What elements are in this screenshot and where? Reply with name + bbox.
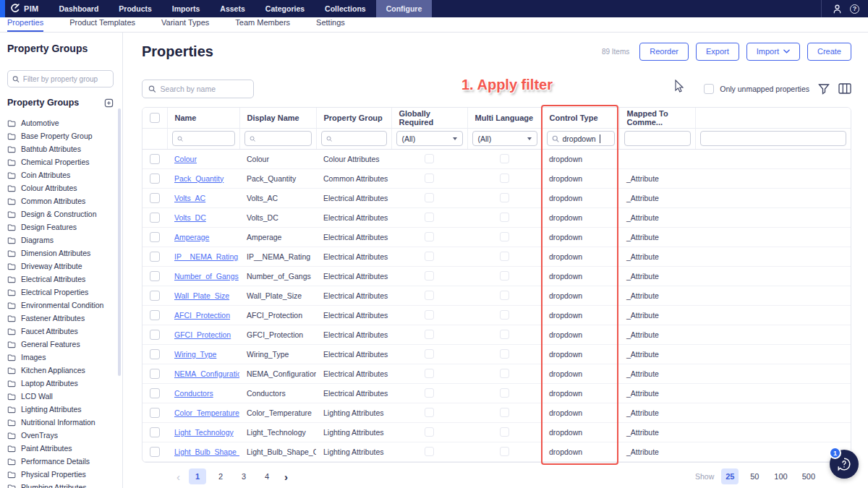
create-button[interactable]: Create	[807, 43, 851, 61]
sidebar-group-item[interactable]: Nutritional Information	[7, 416, 114, 429]
col-display-name[interactable]: Display Name	[239, 108, 316, 128]
next-page-icon[interactable]: ›	[281, 471, 291, 482]
sidebar-scrollbar[interactable]	[118, 108, 121, 376]
row-checkbox[interactable]	[150, 193, 160, 203]
filter-name[interactable]	[172, 131, 235, 146]
globally-required-checkbox[interactable]	[425, 232, 434, 241]
export-button[interactable]: Export	[696, 43, 739, 61]
sidebar-group-item[interactable]: Lighting Attributes	[7, 403, 114, 416]
globally-required-checkbox[interactable]	[425, 330, 434, 339]
row-checkbox[interactable]	[150, 213, 160, 223]
sidebar-group-item[interactable]: Chemical Properties	[7, 155, 114, 168]
multi-language-checkbox[interactable]	[500, 349, 509, 359]
sidebar-group-item[interactable]: Base Property Group	[7, 129, 114, 142]
app-logo-icon[interactable]	[5, 0, 24, 17]
sidebar-group-item[interactable]: General Features	[7, 338, 114, 351]
unmapped-checkbox[interactable]	[704, 84, 714, 94]
multi-language-checkbox[interactable]	[500, 330, 509, 339]
reorder-button[interactable]: Reorder	[639, 43, 689, 61]
row-checkbox[interactable]	[150, 174, 160, 184]
multi-language-checkbox[interactable]	[500, 271, 509, 281]
nav-item-imports[interactable]: Imports	[162, 0, 210, 17]
user-icon[interactable]	[832, 4, 843, 14]
property-name-link[interactable]: Wiring_Type	[174, 350, 216, 359]
sidebar-group-item[interactable]: Colour Attributes	[7, 181, 114, 194]
property-name-link[interactable]: Colour	[174, 155, 197, 163]
sidebar-group-item[interactable]: Design Features	[7, 221, 114, 234]
row-checkbox[interactable]	[150, 291, 160, 301]
sidebar-group-item[interactable]: Common Attributes	[7, 194, 114, 207]
row-checkbox[interactable]	[150, 252, 160, 262]
help-fab[interactable]: 1	[830, 450, 859, 479]
globally-required-checkbox[interactable]	[425, 193, 434, 202]
page-size-option[interactable]: 500	[799, 468, 819, 484]
property-name-link[interactable]: Light_Bulb_Shape_C	[174, 448, 239, 456]
property-name-link[interactable]: GFCI_Protection	[174, 330, 231, 339]
globally-required-checkbox[interactable]	[425, 310, 434, 320]
property-name-link[interactable]: Volts_DC	[174, 213, 206, 222]
property-name-link[interactable]: Wall_Plate_Size	[174, 291, 229, 300]
row-checkbox[interactable]	[150, 427, 160, 437]
globally-required-checkbox[interactable]	[425, 408, 434, 417]
sidebar-group-item[interactable]: Automotive	[7, 116, 114, 129]
sidebar-filter-input[interactable]	[23, 75, 109, 83]
nav-item-categories[interactable]: Categories	[255, 0, 315, 17]
property-name-link[interactable]: Pack_Quantity	[174, 174, 224, 183]
multi-language-checkbox[interactable]	[500, 310, 509, 320]
multi-language-checkbox[interactable]	[500, 252, 509, 261]
page-size-option[interactable]: 25	[721, 468, 739, 484]
search-by-name-box[interactable]	[142, 80, 254, 98]
col-name[interactable]: Name	[167, 108, 239, 128]
globally-required-checkbox[interactable]	[425, 447, 434, 456]
row-checkbox[interactable]	[150, 271, 160, 281]
sidebar-group-item[interactable]: Electrical Attributes	[7, 273, 114, 286]
multi-language-checkbox[interactable]	[500, 369, 509, 378]
prev-page-icon[interactable]: ‹	[174, 471, 183, 482]
sidebar-group-item[interactable]: Images	[7, 351, 114, 364]
page-size-option[interactable]: 50	[746, 468, 763, 484]
row-checkbox[interactable]	[150, 232, 160, 242]
sidebar-group-item[interactable]: Performance Details	[7, 455, 114, 468]
filter-multi-language[interactable]: (All)	[472, 131, 537, 146]
sidebar-group-item[interactable]: Faucet Attributes	[7, 325, 114, 338]
globally-required-checkbox[interactable]	[425, 349, 434, 359]
col-control-type[interactable]: Control Type	[542, 108, 619, 128]
sidebar-group-item[interactable]: Laptop Attributes	[7, 377, 114, 390]
filter-funnel-icon[interactable]	[818, 83, 830, 95]
multi-language-checkbox[interactable]	[500, 232, 509, 241]
sidebar-group-item[interactable]: Physical Properties	[7, 468, 114, 481]
help-icon[interactable]: ?	[850, 4, 859, 14]
col-multi-language[interactable]: Multi Language	[467, 108, 542, 128]
property-name-link[interactable]: Conductors	[174, 389, 213, 398]
row-checkbox[interactable]	[150, 447, 160, 457]
property-name-link[interactable]: Color_Temperature	[174, 408, 239, 417]
multi-language-checkbox[interactable]	[500, 213, 509, 222]
row-checkbox[interactable]	[150, 154, 160, 164]
nav-item-products[interactable]: Products	[109, 0, 162, 17]
property-name-link[interactable]: IP__NEMA_Rating	[174, 252, 238, 261]
multi-language-checkbox[interactable]	[500, 427, 509, 437]
multi-language-checkbox[interactable]	[500, 154, 509, 163]
sidebar-group-item[interactable]: Kitchen Appliances	[7, 364, 114, 377]
globally-required-checkbox[interactable]	[425, 369, 434, 378]
multi-language-checkbox[interactable]	[500, 193, 509, 202]
sidebar-group-item[interactable]: Paint Attributes	[7, 442, 114, 455]
filter-control-type[interactable]: dropdown	[547, 131, 615, 146]
filter-mapped-to[interactable]	[624, 131, 691, 146]
sidebar-filter-box[interactable]	[7, 70, 114, 87]
sidebar-group-item[interactable]: OvenTrays	[7, 429, 114, 442]
multi-language-checkbox[interactable]	[500, 408, 509, 417]
sidebar-group-item[interactable]: Diagrams	[7, 234, 114, 247]
sidebar-group-item[interactable]: Bathtub Attributes	[7, 142, 114, 155]
nav-item-configure[interactable]: Configure	[376, 0, 433, 17]
property-name-link[interactable]: NEMA_Configuration	[174, 369, 239, 378]
sidebar-group-item[interactable]: Plumbing Attributes	[7, 481, 114, 488]
multi-language-checkbox[interactable]	[500, 174, 509, 183]
globally-required-checkbox[interactable]	[425, 291, 434, 300]
property-name-link[interactable]: AFCI_Protection	[174, 311, 230, 320]
globally-required-checkbox[interactable]	[425, 154, 434, 163]
folder-plus-icon[interactable]	[104, 98, 114, 108]
nav-item-assets[interactable]: Assets	[210, 0, 255, 17]
select-all-checkbox[interactable]	[150, 113, 160, 123]
globally-required-checkbox[interactable]	[425, 213, 434, 222]
